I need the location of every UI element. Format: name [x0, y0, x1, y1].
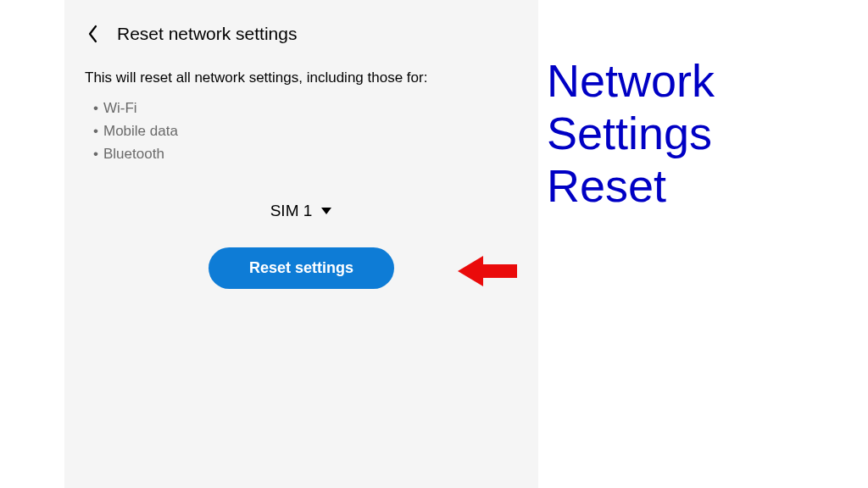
button-row: Reset settings — [85, 247, 518, 289]
chevron-down-icon — [320, 205, 332, 217]
page-title: Reset network settings — [117, 24, 297, 44]
reset-items-list: Wi-Fi Mobile data Bluetooth — [85, 97, 518, 166]
settings-screen: Reset network settings This will reset a… — [64, 0, 538, 488]
annotation-panel: Network Settings Reset — [538, 0, 868, 488]
list-item: Wi-Fi — [103, 97, 518, 119]
arrow-left-icon — [458, 252, 517, 293]
header-bar: Reset network settings — [85, 17, 518, 44]
sim-selector[interactable]: SIM 1 — [85, 202, 518, 220]
svg-marker-0 — [321, 208, 331, 214]
annotation-title: Network Settings Reset — [547, 54, 868, 212]
annotation-line2: Reset — [547, 160, 666, 211]
phone-settings-panel: Reset network settings This will reset a… — [0, 0, 538, 488]
annotation-line1: Network Settings — [547, 55, 715, 158]
svg-marker-1 — [458, 256, 517, 286]
list-item: Bluetooth — [103, 142, 518, 165]
list-item: Mobile data — [103, 119, 518, 142]
reset-description: This will reset all network settings, in… — [85, 69, 518, 86]
reset-settings-button[interactable]: Reset settings — [209, 247, 394, 289]
back-icon[interactable] — [85, 25, 102, 42]
sim-label: SIM 1 — [270, 202, 313, 220]
